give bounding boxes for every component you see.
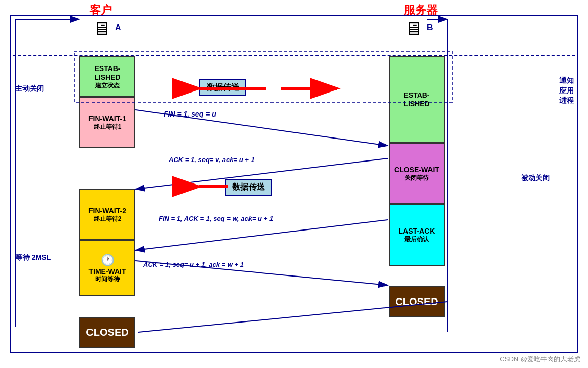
fin2-text: FIN = 1, ACK = 1, seq = w, ack= u + 1 — [159, 215, 273, 222]
state-established-server: ESTAB-LISHED — [389, 56, 445, 143]
finwait2-en: FIN-WAIT-2 — [88, 206, 126, 215]
data-transfer-box-2: 数据传送 — [225, 179, 272, 196]
lastack-en: LAST-ACK — [399, 227, 435, 236]
client-label: 客户 — [89, 3, 112, 18]
data-transfer-label-1: 数据传送 — [207, 83, 239, 91]
state-finwait1: FIN-WAIT-1 终止等待1 — [79, 97, 135, 148]
state-closed-server: CLOSED — [389, 286, 445, 317]
ack2-text: ACK = 1, seq= u + 1, ack = w + 1 — [143, 261, 244, 268]
server-computer-icon: 🖥 — [404, 18, 422, 39]
closewait-cn: 关闭等待 — [404, 174, 429, 181]
state-closed-client: CLOSED — [79, 317, 135, 348]
state-closewait: CLOSE-WAIT 关闭等待 — [389, 143, 445, 204]
established-client-cn: 建立状态 — [95, 82, 120, 89]
msg-ack2: ACK = 1, seq= u + 1, ack = w + 1 — [143, 261, 244, 268]
closed-client-text: CLOSED — [86, 326, 128, 338]
letter-a: A — [115, 23, 121, 32]
closewait-en: CLOSE-WAIT — [394, 166, 439, 174]
established-server-en: ESTAB-LISHED — [403, 91, 429, 108]
passive-close-label: 被动关闭 — [521, 174, 550, 183]
notify-app-label: 通知应用进程 — [559, 76, 574, 106]
watermark: CSDN @爱吃牛肉的大老虎 — [500, 355, 580, 364]
state-established-client: ESTAB-LISHED 建立状态 — [79, 56, 135, 97]
finwait1-en: FIN-WAIT-1 — [88, 114, 126, 123]
msg-fin1: FIN = 1, seq = u — [164, 110, 216, 118]
state-lastack: LAST-ACK 最后确认 — [389, 204, 445, 266]
server-label: 服务器 — [404, 3, 438, 18]
client-computer-icon: 🖥 — [92, 18, 110, 39]
data-transfer-label-2: 数据传送 — [232, 182, 265, 191]
timewait-cn: 时间等待 — [95, 275, 120, 283]
lastack-cn: 最后确认 — [404, 236, 429, 243]
timewait-clock: 🕐 — [101, 254, 115, 267]
established-client-en: ESTAB-LISHED — [94, 64, 120, 82]
ack1-text: ACK = 1, seq= v, ack= u + 1 — [169, 156, 255, 164]
active-close-label: 主动关闭 — [15, 84, 44, 94]
finwait2-cn: 终止等待2 — [94, 215, 122, 222]
state-timewait: 🕐 TIME-WAIT 时间等待 — [79, 240, 135, 296]
msg-ack1: ACK = 1, seq= v, ack= u + 1 — [169, 156, 255, 164]
msg-fin2: FIN = 1, ACK = 1, seq = w, ack= u + 1 — [159, 215, 273, 222]
fin1-text: FIN = 1, seq = u — [164, 110, 216, 118]
data-transfer-box-1: 数据传送 — [199, 79, 246, 96]
letter-b: B — [427, 23, 433, 32]
diagram-container: 客户 服务器 🖥 🖥 A B ESTAB-LISHED 建立状态 FIN-WAI… — [0, 0, 588, 368]
wait-2msl-label: 等待 2MSL — [15, 253, 51, 262]
timewait-en: TIME-WAIT — [88, 267, 126, 276]
state-finwait2: FIN-WAIT-2 终止等待2 — [79, 189, 135, 240]
closed-server-text: CLOSED — [395, 295, 438, 308]
finwait1-cn: 终止等待1 — [94, 123, 122, 130]
